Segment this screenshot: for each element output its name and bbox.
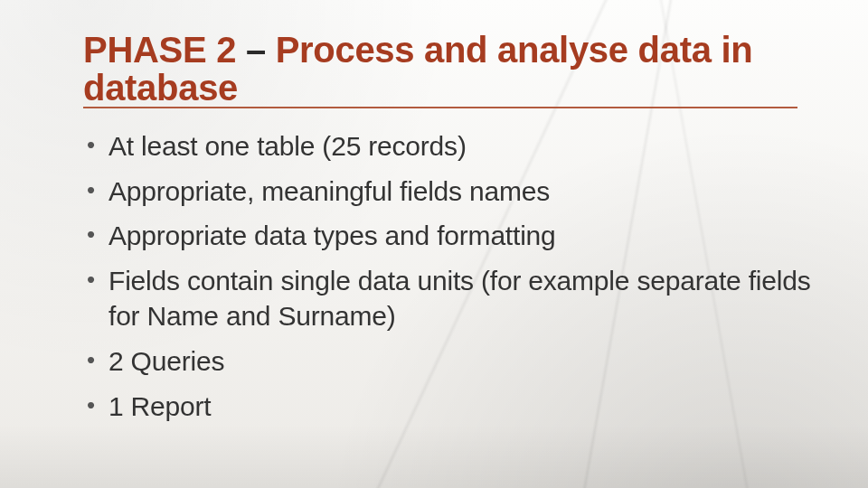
- list-item: At least one table (25 records): [83, 128, 814, 164]
- title-prefix: PHASE 2: [83, 30, 236, 70]
- slide: PHASE 2 – Process and analyse data in da…: [0, 0, 868, 488]
- list-item: Fields contain single data units (for ex…: [83, 263, 814, 334]
- list-item: Appropriate data types and formatting: [83, 218, 814, 254]
- bullet-list: At least one table (25 records) Appropri…: [83, 128, 814, 424]
- slide-title-text: PHASE 2 – Process and analyse data in da…: [83, 31, 797, 107]
- list-item: 1 Report: [83, 389, 814, 425]
- list-item: 2 Queries: [83, 343, 814, 380]
- bullet-text: Appropriate data types and formatting: [108, 221, 556, 250]
- list-item: Appropriate, meaningful fields names: [83, 174, 814, 210]
- bullet-text: Appropriate, meaningful fields names: [108, 176, 550, 206]
- title-separator: –: [236, 30, 276, 70]
- slide-title: PHASE 2 – Process and analyse data in da…: [83, 31, 797, 108]
- bullet-text: 1 Report: [108, 391, 211, 421]
- bullet-text: At least one table (25 records): [108, 131, 467, 161]
- bullet-text: 2 Queries: [108, 346, 224, 376]
- bullet-text: Fields contain single data units (for ex…: [108, 266, 811, 332]
